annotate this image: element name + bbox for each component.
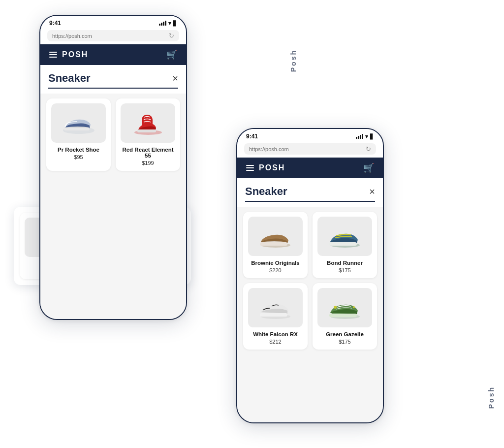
svg-rect-17 bbox=[260, 313, 287, 317]
svg-point-20 bbox=[334, 306, 337, 309]
product-image-1-1 bbox=[121, 103, 175, 143]
search-row-1: Sneaker × bbox=[48, 72, 178, 89]
search-row-2: Sneaker × bbox=[245, 185, 375, 202]
refresh-icon-1[interactable]: ↻ bbox=[169, 32, 174, 39]
product-card-2-2[interactable]: White Falcon RX $212 bbox=[243, 283, 308, 350]
status-bar-1: 9:41 ▾ ▋ bbox=[40, 16, 186, 29]
products-grid-2: Brownie Originals $220 bbox=[237, 207, 383, 354]
search-section-1: Sneaker × bbox=[40, 65, 186, 94]
product-name-2-1: Bond Runner bbox=[327, 260, 363, 266]
shoe-svg-2-1 bbox=[326, 223, 363, 250]
url-text-1: https://posh.com bbox=[52, 33, 92, 39]
navbar-1: POSH 🛒 bbox=[40, 44, 186, 65]
status-icons-1: ▾ ▋ bbox=[159, 20, 177, 27]
cart-icon-1[interactable]: 🛒 bbox=[166, 49, 177, 60]
product-price-1-1: $199 bbox=[142, 160, 154, 166]
nav-left-2: POSH bbox=[246, 163, 285, 172]
product-card-2-0[interactable]: Brownie Originals $220 bbox=[243, 212, 308, 278]
wifi-icon-2: ▾ bbox=[365, 133, 368, 140]
shoe-svg-2-0 bbox=[257, 223, 294, 250]
hamburger-menu-1[interactable] bbox=[49, 52, 57, 58]
url-bar-wrap-1: https://posh.com ↻ bbox=[40, 29, 186, 44]
svg-point-21 bbox=[353, 306, 355, 308]
status-icons-2: ▾ ▋ bbox=[356, 133, 374, 140]
svg-rect-15 bbox=[329, 242, 357, 246]
wifi-icon: ▾ bbox=[168, 20, 171, 27]
signal-icon bbox=[159, 21, 166, 26]
nav-left-1: POSH bbox=[49, 50, 88, 59]
search-text-1: Sneaker bbox=[48, 72, 91, 85]
search-section-2: Sneaker × bbox=[237, 178, 383, 207]
navbar-2: POSH 🛒 bbox=[237, 158, 383, 178]
product-image-2-3 bbox=[317, 288, 372, 327]
product-price-2-3: $175 bbox=[339, 339, 350, 345]
watermark-2: Posh bbox=[487, 386, 495, 409]
shoe-svg-1-1 bbox=[129, 110, 166, 137]
logo-1: POSH bbox=[62, 50, 88, 59]
scene: Posh Posh 9:41 ▾ ▋ https://posh.com bbox=[0, 0, 504, 448]
refresh-icon-2[interactable]: ↻ bbox=[366, 145, 371, 153]
url-text-2: https://posh.com bbox=[249, 146, 289, 152]
phone-content-1: Sneaker × bbox=[40, 65, 186, 319]
url-bar-2[interactable]: https://posh.com ↻ bbox=[244, 143, 376, 155]
search-text-2: Sneaker bbox=[245, 185, 287, 198]
url-bar-1[interactable]: https://posh.com ↻ bbox=[47, 30, 179, 41]
product-image-2-2 bbox=[248, 288, 303, 327]
shoe-svg-2-3 bbox=[326, 294, 363, 321]
product-name-2-3: Green Gazelle bbox=[326, 331, 364, 337]
product-name-2-2: White Falcon RX bbox=[253, 331, 298, 337]
battery-icon: ▋ bbox=[173, 21, 177, 26]
close-button-1[interactable]: × bbox=[172, 73, 178, 84]
phone-2: 9:41 ▾ ▋ https://posh.com ↻ bbox=[236, 128, 384, 423]
product-price-2-1: $175 bbox=[339, 267, 350, 273]
product-name-2-0: Brownie Originals bbox=[251, 260, 299, 266]
hamburger-menu-2[interactable] bbox=[246, 165, 254, 171]
logo-2: POSH bbox=[259, 163, 285, 172]
status-bar-2: 9:41 ▾ ▋ bbox=[237, 129, 383, 142]
status-time-1: 9:41 bbox=[49, 20, 61, 27]
close-button-2[interactable]: × bbox=[369, 186, 375, 197]
product-card-2-3[interactable]: Green Gazelle $175 bbox=[313, 283, 377, 350]
svg-rect-19 bbox=[329, 314, 357, 317]
product-price-2-0: $220 bbox=[269, 267, 281, 273]
signal-icon-2 bbox=[356, 134, 363, 139]
product-price-2-2: $212 bbox=[269, 339, 281, 345]
product-card-1-1[interactable]: Red React Element 55 $199 bbox=[116, 98, 180, 171]
product-price-1-0: $95 bbox=[74, 154, 83, 160]
shoe-svg-1-0 bbox=[60, 110, 97, 137]
shoe-svg-2-2 bbox=[257, 294, 294, 321]
battery-icon-2: ▋ bbox=[370, 134, 374, 139]
status-time-2: 9:41 bbox=[246, 133, 258, 140]
svg-rect-13 bbox=[260, 242, 287, 246]
cart-icon-2[interactable]: 🛒 bbox=[363, 162, 374, 173]
product-name-1-1: Red React Element 55 bbox=[121, 147, 175, 159]
url-bar-wrap-2: https://posh.com ↻ bbox=[237, 142, 383, 158]
watermark-1: Posh bbox=[289, 49, 297, 72]
product-image-1-0 bbox=[51, 103, 106, 143]
phone-1: 9:41 ▾ ▋ https://posh.com ↻ bbox=[39, 15, 187, 320]
svg-rect-1 bbox=[64, 128, 90, 130]
product-card-1-0[interactable]: Pr Rocket Shoe $95 bbox=[46, 98, 111, 171]
svg-rect-4 bbox=[137, 129, 156, 132]
phone-content-2: Sneaker × Browni bbox=[237, 178, 383, 422]
product-name-1-0: Pr Rocket Shoe bbox=[58, 147, 99, 153]
product-image-2-0 bbox=[248, 217, 303, 256]
product-card-2-1[interactable]: Bond Runner $175 bbox=[313, 212, 377, 278]
products-grid-1: Pr Rocket Shoe $95 bbox=[40, 94, 186, 176]
product-image-2-1 bbox=[317, 217, 372, 256]
